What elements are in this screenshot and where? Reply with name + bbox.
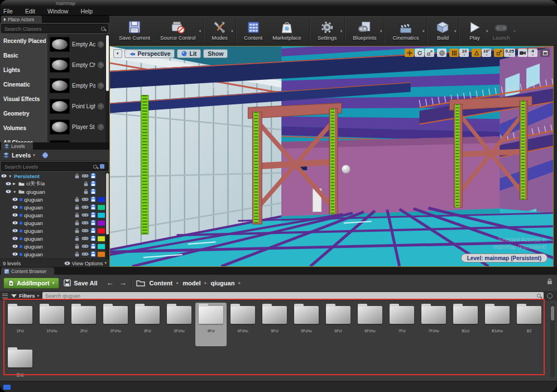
grid-snap-toggle[interactable] (449, 49, 459, 57)
scale-tool-button[interactable] (425, 49, 434, 57)
save-level-icon[interactable] (90, 181, 96, 187)
levels-dropdown[interactable]: Levels (12, 152, 31, 159)
new-level-icon[interactable] (99, 164, 105, 169)
search-levels-input[interactable]: Search Levels (1, 162, 108, 171)
cinematics-button[interactable]: Cinematics ▾ (387, 20, 424, 41)
perspective-button[interactable]: Perspective (124, 49, 175, 58)
help-badge-icon[interactable]: ? (98, 83, 104, 89)
eye-icon[interactable] (12, 236, 18, 241)
help-badge-icon[interactable]: ? (98, 41, 104, 47)
lock-icon[interactable] (74, 228, 80, 233)
eye-icon[interactable] (12, 204, 18, 210)
eye-icon[interactable] (6, 189, 11, 194)
save-level-icon[interactable] (90, 228, 96, 233)
folder-tile[interactable]: 3Fci (132, 303, 163, 346)
actor-list-item[interactable]: Player St ? (48, 117, 105, 137)
eye-icon[interactable] (12, 197, 18, 202)
breadcrumb-content[interactable]: Content (150, 280, 173, 286)
lock-icon[interactable] (74, 173, 80, 179)
blueprints-button[interactable]: Blueprints ▾ (348, 20, 381, 41)
actor-list-item[interactable]: Empty Pa ? (48, 75, 105, 96)
save-level-icon[interactable] (90, 212, 96, 218)
level-folder-row[interactable]: ▼ qiuguan (0, 188, 105, 195)
actor-list-item[interactable]: Empty Ch ? (48, 55, 105, 75)
dropdown-caret-icon[interactable]: ▾ (513, 29, 516, 34)
gamepad-icon[interactable] (81, 221, 89, 225)
level-color-chip[interactable] (98, 213, 105, 218)
scrollbar-thumb[interactable] (551, 306, 554, 321)
category-item[interactable]: All Classes (0, 136, 47, 142)
expand-arrow-icon[interactable]: ▶ (13, 181, 17, 186)
level-color-chip[interactable] (98, 244, 105, 249)
folder-tile[interactable]: 4Fci (195, 303, 227, 346)
category-item[interactable]: Visual Effects (0, 92, 47, 107)
level-color-chip[interactable] (98, 252, 105, 257)
rotate-tool-button[interactable] (415, 49, 424, 57)
dropdown-caret-icon[interactable]: ▾ (231, 29, 233, 34)
folder-tile[interactable]: 5Fzhu (291, 303, 322, 346)
save-level-icon[interactable] (90, 243, 96, 249)
gamepad-icon[interactable] (81, 244, 89, 248)
folder-tile[interactable]: B2 (513, 303, 545, 346)
save-level-icon[interactable] (90, 189, 96, 194)
folder-tile[interactable]: 6Fci (323, 303, 354, 346)
save-level-icon[interactable] (90, 251, 96, 257)
lock-icon[interactable] (74, 197, 80, 202)
lock-icon[interactable] (74, 243, 80, 249)
eye-icon[interactable] (6, 181, 11, 187)
gamepad-icon[interactable] (81, 252, 89, 256)
folder-tile[interactable]: 2Fzhu (100, 303, 131, 346)
rotation-snap-toggle[interactable] (472, 49, 481, 57)
add-import-button[interactable]: Add/Import ▾ (3, 278, 59, 289)
level-color-chip[interactable] (98, 205, 105, 210)
view-options-button[interactable]: View Options ▾ (64, 260, 107, 266)
translate-tool-button[interactable] (405, 49, 414, 57)
search-assets-input[interactable]: Search qiuguan (42, 292, 544, 299)
lock-icon[interactable] (74, 236, 80, 241)
gamepad-icon[interactable] (81, 174, 89, 178)
save-level-icon[interactable] (90, 220, 96, 226)
category-item[interactable]: Cinematic (0, 78, 47, 92)
eye-icon[interactable] (12, 228, 18, 233)
gamepad-icon[interactable] (81, 236, 89, 241)
gamepad-icon[interactable] (81, 205, 89, 209)
scrollbar-thumb[interactable] (106, 173, 109, 235)
save-level-icon[interactable] (90, 236, 96, 241)
lock-icon[interactable] (83, 189, 89, 194)
folder-tile[interactable]: 3Fzhu (164, 303, 195, 346)
modes-button[interactable]: Modes ▾ (207, 20, 233, 41)
actor-list-item[interactable]: Point Ligh ? (48, 96, 105, 117)
level-row[interactable]: qiuguan (0, 235, 105, 242)
save-current-button[interactable]: Save Current (114, 20, 155, 41)
folder-tile[interactable]: 4Fzhu (227, 303, 258, 346)
breadcrumb-model[interactable]: model (183, 280, 200, 286)
category-item[interactable]: Basic (0, 49, 47, 63)
level-row[interactable]: qiuguan (0, 219, 105, 227)
folder-tile[interactable]: 1Fci (4, 303, 36, 346)
scrollbar-thumb[interactable] (106, 35, 109, 91)
folder-tile[interactable]: B1ci (450, 303, 481, 346)
sources-panel-icon[interactable] (2, 294, 8, 298)
launch-button[interactable]: Launch ▾ (487, 20, 515, 41)
level-folder-row[interactable]: ▶ ci关卡ia (0, 180, 105, 188)
eye-icon[interactable] (12, 212, 18, 218)
breadcrumb-arrow-icon[interactable]: ▸ (205, 280, 207, 285)
breadcrumb-arrow-icon[interactable]: ▸ (238, 280, 241, 285)
level-color-chip[interactable] (98, 228, 105, 233)
lock-icon[interactable] (74, 212, 80, 218)
grid-snap-value[interactable]: 10▾ (459, 49, 469, 57)
viewport-options-button[interactable]: ▾ (113, 49, 122, 58)
category-item[interactable]: Geometry (0, 107, 47, 121)
rotation-snap-value[interactable]: 10°▾ (482, 49, 491, 57)
level-color-chip[interactable] (98, 197, 105, 202)
history-back-button[interactable]: ← (107, 279, 114, 287)
category-item[interactable]: Volumes (0, 121, 47, 136)
dropdown-caret-icon[interactable]: ▾ (340, 29, 343, 34)
actor-list-item[interactable]: Cube ? (48, 137, 105, 142)
eye-icon[interactable] (12, 251, 18, 257)
search-classes-input[interactable]: Search Classes (1, 24, 108, 33)
folder-tile[interactable]: 7Fci (386, 303, 417, 346)
camera-speed-value[interactable]: 4▾ (528, 49, 537, 57)
level-row[interactable]: qiuguan (0, 227, 105, 235)
settings-button[interactable]: Settings ▾ (313, 20, 342, 41)
